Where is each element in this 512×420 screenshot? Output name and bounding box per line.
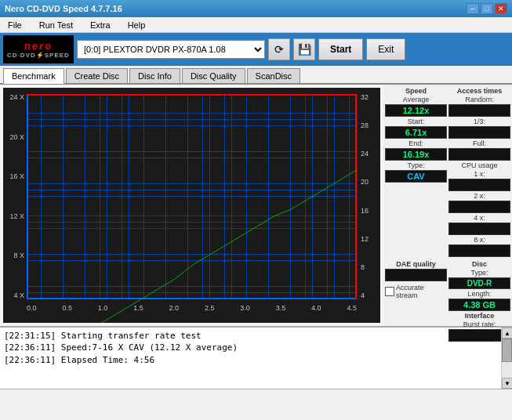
stats-panel: Speed Average 12.12x Start: 6.71x End: 1… (383, 85, 512, 326)
scroll-thumb[interactable] (502, 339, 512, 362)
y-right-12: 12 (361, 236, 369, 243)
x-label-05: 0.5 (62, 304, 72, 312)
menu-help[interactable]: Help (123, 19, 151, 31)
chart-area: 24 X 20 X 16 X 12 X 8 X 4 X 32 28 24 20 … (3, 88, 380, 323)
log-area: [22:31:15] Starting transfer rate test [… (0, 326, 512, 389)
x-label-10: 1.0 (98, 304, 108, 312)
avg-label: Average (385, 96, 447, 103)
x-label-15: 1.5 (133, 304, 143, 312)
random-value (448, 104, 510, 117)
cpu-header: CPU usage (448, 161, 510, 169)
tab-scandisc[interactable]: ScanDisc (247, 68, 300, 83)
y-right-8: 8 (361, 264, 365, 271)
full-label: Full: (448, 139, 510, 147)
x-label-40: 4.0 (311, 304, 321, 312)
dae-value (385, 269, 447, 281)
tab-create-disc[interactable]: Create Disc (66, 68, 128, 83)
accurate-label: Accurate stream (396, 284, 424, 299)
access-header: Access times (448, 87, 510, 95)
window-title: Nero CD-DVD Speed 4.7.7.16 (5, 4, 122, 13)
tab-disc-info[interactable]: Disc Info (129, 68, 180, 83)
speed-block: Speed Average 12.12x Start: 6.71x End: 1… (385, 87, 447, 257)
log-content: [22:31:15] Starting transfer rate test [… (0, 328, 501, 389)
cpu-x2-value (448, 201, 510, 213)
x-label-30: 3.0 (240, 304, 250, 312)
accurate-stream-checkbox[interactable] (385, 287, 394, 296)
end-value: 16.19x (385, 148, 447, 161)
log-scrollbar: ▲ ▼ (501, 328, 512, 389)
avg-value: 12.12x (385, 104, 447, 117)
menu-run-test[interactable]: Run Test (34, 19, 78, 31)
interface-header: Interface (448, 312, 510, 320)
nero-brand-bottom: CD·DVD⚡SPEED (7, 52, 70, 59)
y-right-32: 32 (361, 94, 369, 101)
one-third-value (448, 126, 510, 139)
dae-header: DAE quality (385, 260, 447, 268)
y-label-4: 4 X (13, 292, 24, 299)
start-button[interactable]: Start (318, 38, 363, 60)
y-label-12: 12 X (9, 213, 24, 220)
disc-length-label: Length: (448, 290, 510, 298)
start-label: Start: (385, 118, 447, 125)
disc-type-label: Type: (448, 269, 510, 277)
log-line-2: [22:36:11] Speed:7-16 X CAV (12.12 X ave… (4, 342, 497, 353)
accurate-stream-row: Accurate stream (385, 284, 447, 299)
y-label-24: 24 X (9, 94, 24, 101)
cpu-x2-label: 2 x: (448, 192, 510, 200)
maximize-button[interactable]: □ (481, 3, 493, 14)
y-label-8: 8 X (13, 252, 24, 259)
nero-logo: nero CD·DVD⚡SPEED (3, 35, 74, 63)
y-right-28: 28 (361, 122, 369, 129)
access-block: Access times Random: 1/3: Full: CPU usag… (448, 87, 510, 257)
chart-speed-curve (27, 94, 357, 323)
refresh-button[interactable]: ⟳ (268, 38, 290, 60)
cpu-x8-label: 8 x: (448, 236, 510, 244)
window-controls: ─ □ ✕ (467, 3, 507, 14)
tab-disc-quality[interactable]: Disc Quality (182, 68, 245, 83)
tab-bar: Benchmark Create Disc Disc Info Disc Qua… (0, 66, 512, 85)
tab-benchmark[interactable]: Benchmark (3, 68, 64, 84)
start-value: 6.71x (385, 126, 447, 139)
chart-inner (27, 94, 357, 299)
minimize-button[interactable]: ─ (467, 3, 479, 14)
y-label-16: 16 X (9, 173, 24, 180)
scroll-up-button[interactable]: ▲ (502, 328, 512, 339)
cpu-x8-value (448, 244, 510, 257)
y-label-20: 20 X (9, 134, 24, 141)
disc-type-value: DVD-R (448, 277, 510, 289)
x-label-45: 4.5 (347, 304, 357, 312)
type-value: CAV (385, 170, 447, 183)
log-line-3: [22:36:11] Elapsed Time: 4:56 (4, 354, 497, 366)
scroll-down-button[interactable]: ▼ (502, 378, 512, 389)
save-button[interactable]: 💾 (293, 38, 315, 60)
menu-file[interactable]: File (3, 19, 27, 31)
main-content: 24 X 20 X 16 X 12 X 8 X 4 X 32 28 24 20 … (0, 85, 512, 326)
log-line-1: [22:31:15] Starting transfer rate test (4, 330, 497, 342)
menu-bar: File Run Test Extra Help (0, 17, 512, 33)
cpu-x4-label: 4 x: (448, 214, 510, 222)
toolbar: nero CD·DVD⚡SPEED [0:0] PLEXTOR DVDR PX-… (0, 33, 512, 66)
x-label-35: 3.5 (276, 304, 286, 312)
nero-brand-top: nero (24, 40, 53, 52)
end-label: End: (385, 139, 447, 147)
y-right-4: 4 (361, 292, 365, 299)
disc-length-value: 4.38 GB (448, 299, 510, 311)
cpu-x1-label: 1 x: (448, 170, 510, 178)
full-value (448, 148, 510, 161)
x-label-25: 2.5 (205, 304, 215, 312)
y-right-20: 20 (361, 179, 369, 186)
y-right-24: 24 (361, 150, 369, 158)
x-label-0: 0.0 (27, 304, 37, 312)
exit-button[interactable]: Exit (366, 38, 405, 60)
title-bar: Nero CD-DVD Speed 4.7.7.16 ─ □ ✕ (0, 0, 512, 17)
menu-extra[interactable]: Extra (85, 19, 115, 31)
y-right-16: 16 (361, 208, 369, 215)
random-label: Random: (448, 96, 510, 103)
type-label: Type: (385, 161, 447, 169)
y-axis-right: 32 28 24 20 16 12 8 4 (358, 94, 380, 299)
y-axis-left: 24 X 20 X 16 X 12 X 8 X 4 X (3, 94, 27, 299)
drive-select[interactable]: [0:0] PLEXTOR DVDR PX-870A 1.08 (77, 40, 265, 59)
close-button[interactable]: ✕ (495, 3, 507, 14)
scroll-track[interactable] (502, 339, 512, 378)
x-axis: 0.0 0.5 1.0 1.5 2.0 2.5 3.0 3.5 4.0 4.5 (27, 301, 357, 323)
